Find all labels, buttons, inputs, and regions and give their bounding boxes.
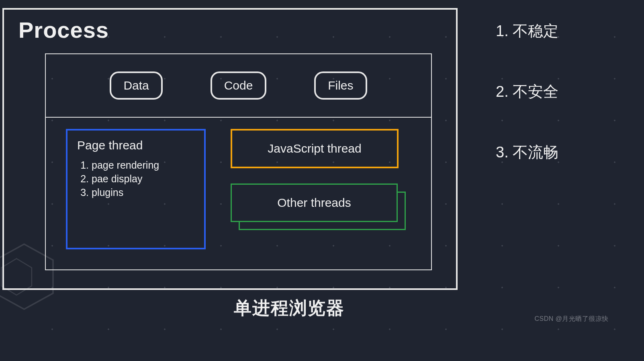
resource-files: Files — [314, 71, 367, 100]
page-thread-title: Page thread — [77, 139, 194, 152]
other-threads-front-layer: Other threads — [231, 184, 398, 222]
page-thread-item: pae display — [92, 172, 194, 186]
threads-area: Page thread page rendering pae display p… — [46, 118, 431, 269]
inner-container: Data Code Files Page thread page renderi… — [45, 53, 432, 270]
page-thread-list: page rendering pae display plugins — [77, 159, 194, 199]
page-thread-item: page rendering — [92, 159, 194, 172]
watermark: CSDN @月光晒了很凉快 — [534, 315, 609, 323]
other-threads-title: Other threads — [277, 196, 351, 210]
resource-code: Code — [211, 71, 267, 100]
page-thread-box: Page thread page rendering pae display p… — [66, 129, 206, 249]
other-threads-box: Other threads — [231, 184, 406, 230]
js-thread-title: JavaScript thread — [268, 142, 361, 155]
resource-data: Data — [110, 71, 162, 100]
process-container: Process Data Code Files Page thread page… — [2, 8, 458, 290]
right-list-item: 3. 不流畅 — [496, 142, 640, 163]
right-list-item: 1. 不稳定 — [496, 21, 640, 41]
page-thread-item: plugins — [92, 186, 194, 200]
resource-row: Data Code Files — [46, 54, 431, 118]
right-list-item: 2. 不安全 — [496, 82, 640, 102]
caption: 单进程浏览器 — [0, 296, 579, 320]
right-column: 1. 不稳定 2. 不安全 3. 不流畅 — [496, 21, 640, 203]
js-thread-box: JavaScript thread — [231, 129, 399, 168]
process-title: Process — [18, 17, 420, 43]
